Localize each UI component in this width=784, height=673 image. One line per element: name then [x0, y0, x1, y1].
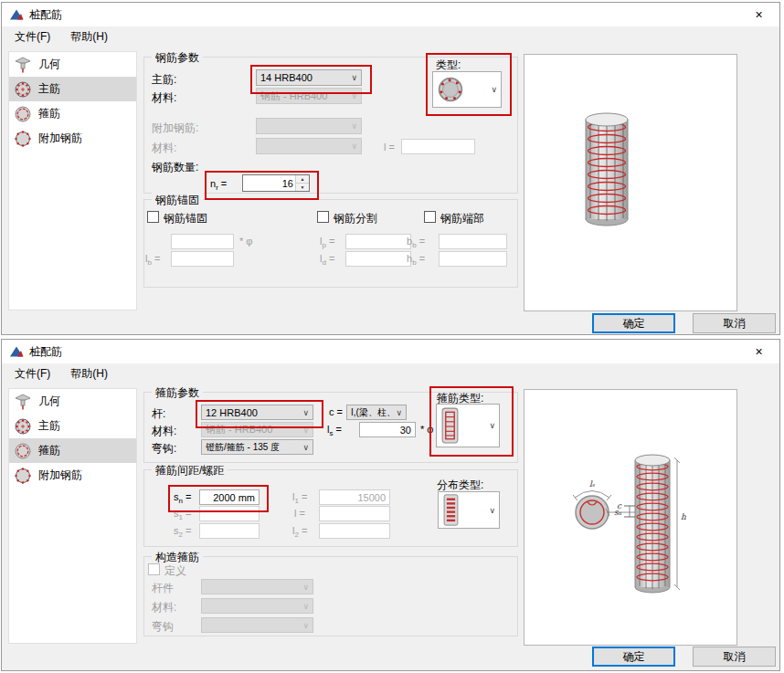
chevron-down-icon: ∨ — [489, 421, 495, 430]
app-icon — [9, 344, 24, 359]
stirrup-3d-drawing: lₛ c — [524, 390, 736, 645]
pile-reinforcement-dialog-main-bars: 桩配筋 × 文件(F) 帮助(H) 几何 主筋 箍筋 附加钢筋 钢筋参数 主筋:… — [1, 2, 780, 335]
bar-select[interactable]: 12 HRB400 ∨ — [201, 405, 313, 420]
s2-label: s2 = — [174, 525, 191, 539]
menu-bar: 文件(F) 帮助(H) — [2, 363, 779, 384]
sidebar-item-additional-rebar[interactable]: 附加钢筋 — [9, 126, 136, 151]
sidebar-item-stirrups[interactable]: 箍筋 — [9, 101, 136, 126]
spinner-up-icon[interactable]: ▲ — [296, 175, 309, 183]
menu-help[interactable]: 帮助(H) — [63, 364, 115, 384]
bb-label: bb = — [407, 236, 425, 249]
s1-input — [199, 506, 260, 521]
close-icon: × — [755, 7, 762, 22]
sidebar-item-label: 几何 — [38, 394, 60, 409]
type-select[interactable]: ∨ — [432, 71, 502, 108]
group-title: 钢筋参数 — [152, 50, 203, 66]
menu-bar: 文件(F) 帮助(H) — [2, 26, 779, 47]
additional-rebar-icon — [14, 467, 32, 485]
nr-label: nr = — [210, 178, 227, 192]
ok-button[interactable]: 确定 — [592, 313, 675, 333]
sidebar-item-label: 主筋 — [38, 418, 60, 434]
stirrup-3d-preview: lₛ c — [524, 389, 737, 646]
bar-value: 12 HRB400 — [206, 407, 258, 418]
pile-geometry-icon — [14, 56, 32, 74]
chevron-down-icon: ∨ — [351, 91, 357, 100]
sidebar-item-main-bars[interactable]: 主筋 — [9, 77, 136, 101]
split-checkbox[interactable] — [317, 211, 329, 223]
sidebar-item-additional-rebar[interactable]: 附加钢筋 — [9, 463, 136, 488]
chevron-down-icon: ∨ — [302, 602, 309, 611]
menu-help[interactable]: 帮助(H) — [63, 27, 115, 47]
sidebar-item-label: 箍筋 — [38, 106, 60, 121]
window-title: 桩配筋 — [29, 344, 62, 360]
group-title: 钢筋锚固 — [152, 193, 203, 208]
construction-hook-select: ∨ — [201, 617, 313, 633]
title-bar: 桩配筋 × — [2, 340, 779, 363]
sidebar-item-label: 附加钢筋 — [38, 468, 82, 483]
sidebar-item-label: 附加钢筋 — [38, 131, 82, 146]
chevron-down-icon: ∨ — [351, 121, 357, 131]
sn-dimension-label: sₙ — [614, 508, 622, 517]
close-button[interactable]: × — [738, 3, 779, 26]
ls-dimension-label: lₛ — [589, 479, 596, 489]
sidebar-item-geometry[interactable]: 几何 — [9, 389, 136, 414]
chevron-down-icon: ∨ — [489, 506, 495, 515]
sidebar-item-label: 主筋 — [38, 81, 60, 97]
chevron-down-icon: ∨ — [302, 443, 309, 452]
cross-section-type-icon — [437, 76, 464, 103]
stirrup-ladder-icon — [440, 406, 460, 445]
l-label: l = — [294, 508, 305, 519]
cancel-button[interactable]: 取消 — [693, 647, 776, 667]
menu-file[interactable]: 文件(F) — [7, 27, 58, 47]
distribution-stripes-icon — [442, 493, 460, 527]
menu-file[interactable]: 文件(F) — [7, 364, 58, 384]
chevron-down-icon: ∨ — [302, 426, 309, 435]
l-label: l = — [384, 142, 395, 152]
phi-label: * φ — [420, 424, 433, 435]
material2-label: 材料: — [152, 141, 176, 156]
cancel-button[interactable]: 取消 — [693, 313, 776, 333]
hook-select[interactable]: 镫筋/箍筋 - 135 度 ∨ — [201, 439, 313, 455]
main-bar-select[interactable]: 14 HRB400 ∨ — [256, 69, 362, 86]
ls-input[interactable]: 30 — [359, 422, 416, 437]
ok-button[interactable]: 确定 — [592, 647, 675, 667]
anchorage-checkbox[interactable] — [147, 211, 159, 223]
stirrup-icon — [14, 442, 32, 460]
chevron-down-icon: ∨ — [302, 621, 309, 630]
anchorage-checkbox-label: 钢筋锚固 — [164, 211, 207, 226]
define-checkbox — [148, 563, 160, 575]
material-label: 材料: — [152, 424, 176, 439]
hb-input — [439, 251, 507, 267]
pile-3d-drawing — [524, 55, 736, 310]
sidebar-item-label: 箍筋 — [38, 443, 60, 458]
hook-label: 弯钩: — [152, 441, 176, 457]
sidebar-item-geometry[interactable]: 几何 — [9, 52, 136, 77]
l2-label: l2 = — [292, 525, 307, 539]
hook-value: 镫筋/箍筋 - 135 度 — [206, 441, 280, 454]
sidebar: 几何 主筋 箍筋 附加钢筋 — [8, 388, 137, 644]
material-label: 材料: — [152, 90, 176, 106]
distribution-type-select[interactable]: ∨ — [438, 491, 500, 529]
close-button[interactable]: × — [738, 340, 779, 363]
pile-3d-preview — [524, 54, 737, 311]
sidebar-item-stirrups[interactable]: 箍筋 — [9, 438, 136, 463]
hb-label: hb = — [407, 253, 425, 267]
sidebar-item-main-bars[interactable]: 主筋 — [9, 414, 136, 438]
stirrup-type-select[interactable]: ∨ — [436, 404, 500, 447]
lp-input — [345, 234, 411, 249]
nr-value: 16 — [243, 175, 295, 191]
sn-input[interactable]: 2000 mm — [199, 489, 260, 505]
pile-reinforcement-dialog-stirrups: 桩配筋 × 文件(F) 帮助(H) 几何 主筋 箍筋 附加钢筋 箍筋参数 杆: … — [1, 339, 780, 671]
additional-rebar-icon — [14, 130, 32, 148]
member-label: 杆件 — [152, 581, 174, 596]
c-select[interactable]: I,(梁、柱、 ∨ — [346, 405, 407, 420]
construction-material-select: ∨ — [201, 598, 313, 614]
main-rebar-icon — [14, 417, 32, 436]
spinner-down-icon[interactable]: ▼ — [296, 183, 309, 191]
nr-spinner[interactable]: 16 ▲ ▼ — [242, 174, 310, 192]
chevron-down-icon: ∨ — [302, 583, 309, 592]
anchorage-factor-input — [171, 234, 234, 249]
main-bar-value: 14 HRB400 — [260, 72, 313, 83]
main-rebar-icon — [14, 80, 32, 99]
end-checkbox[interactable] — [424, 211, 436, 223]
